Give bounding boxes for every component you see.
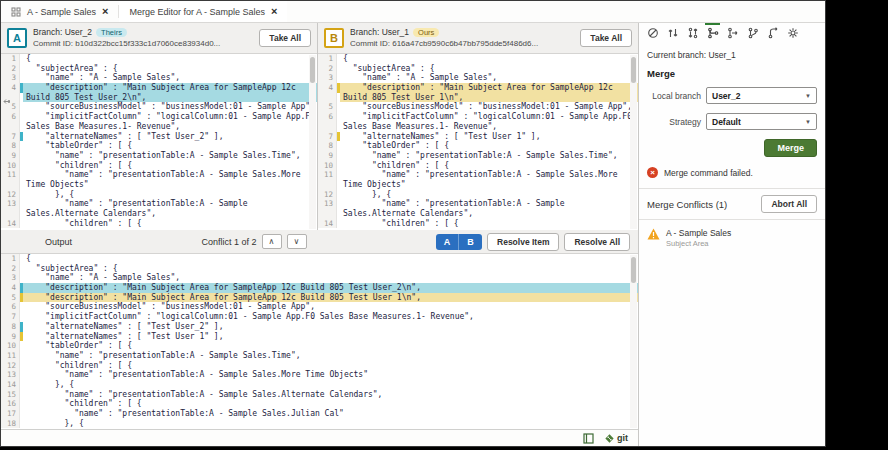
code-line: 13 "name" : "presentationTable:A - Sampl… [1, 199, 317, 209]
strategy-label: Strategy [647, 117, 701, 127]
code-line: 4 "description" : "Main Subject Area for… [318, 83, 638, 93]
scrollbar-thumb[interactable] [631, 257, 636, 283]
code-line: 2 "subjectArea" : { [1, 264, 638, 274]
code-line: Time Objects" [318, 180, 638, 190]
take-a-toggle-button[interactable]: A [436, 234, 459, 250]
error-message: Merge command failed. [664, 168, 753, 178]
merge-icon[interactable] [704, 23, 721, 42]
git-status-item[interactable]: git [604, 433, 628, 444]
reset-icon[interactable] [764, 23, 781, 42]
code-line: 1 { [318, 54, 638, 64]
conflict-title: A - Sample Sales [666, 228, 731, 239]
code-line: Time Objects" [1, 180, 317, 190]
code-line: 16 "children" : [ { [1, 399, 638, 409]
subject-area-icon [11, 7, 21, 17]
close-icon[interactable]: × [271, 6, 277, 17]
branch-name: Branch: User_2 [33, 27, 92, 38]
code-editor-ours[interactable]: 1 { 2 "subjectArea" : { 3 "name" [318, 54, 638, 230]
scrollbar-thumb[interactable] [310, 57, 315, 83]
previous-conflict-button[interactable]: ∧ [262, 234, 282, 249]
code-line: 2 "subjectArea" : { [1, 64, 317, 74]
commit-id: Commit ID: 616a47cb9590c6b47bb795dde5f48… [350, 38, 574, 49]
merge-conflicts-heading: Merge Conflicts (1) [647, 199, 727, 210]
abort-all-button[interactable]: Abort All [761, 195, 817, 213]
divider [639, 188, 825, 189]
take-b-toggle-button[interactable]: B [459, 234, 482, 250]
code-line: Sales.Alternate Calendars", [318, 209, 638, 219]
code-line: 14 "children" : [ { [1, 219, 317, 229]
code-line: 4 "description" : "Main Subject Area for… [1, 283, 638, 293]
code-line: 10 "children" : [ { [318, 161, 638, 171]
scrollbar[interactable] [630, 55, 637, 229]
tab-sample-sales[interactable]: A - Sample Sales × [1, 1, 118, 22]
merge-heading: Merge [647, 68, 817, 79]
code-line: 15 "name" : "presentationTable:A - Sampl… [1, 390, 638, 400]
code-line: 18 }, { [1, 419, 638, 429]
tab-merge-editor[interactable]: Merge Editor for A - Sample Sales × [119, 1, 287, 22]
local-branch-label: Local branch [647, 91, 701, 101]
error-icon: × [647, 167, 658, 178]
take-all-a-button[interactable]: Take All [259, 29, 311, 47]
next-conflict-button[interactable]: ∨ [287, 234, 307, 249]
scrollbar[interactable] [309, 55, 316, 229]
panel-theirs-header: A Branch: User_2 Theirs Commit ID: b10d3… [1, 23, 317, 54]
branch-icon[interactable] [744, 23, 761, 42]
chevron-down-icon: ▼ [805, 119, 811, 125]
tab-label: A - Sample Sales [27, 7, 96, 17]
code-line: 10 "children" : [ { [1, 161, 317, 171]
conflict-list-item[interactable]: A - Sample Sales Subject Area [647, 228, 817, 249]
pull-push-icon[interactable] [684, 23, 701, 42]
output-panel: Output Conflict 1 of 2 ∧ ∨ A B Resolve I… [1, 230, 638, 429]
code-line: 9 "name" : "presentationTable:A - Sample… [318, 151, 638, 161]
git-logo-icon [604, 433, 615, 444]
resolve-item-button[interactable]: Resolve Item [487, 233, 559, 251]
strategy-select[interactable]: Default ▼ [706, 113, 817, 130]
diff-connector-icon [1, 98, 10, 105]
code-line: 8 "tableOrder" : [ { [318, 141, 638, 151]
output-header: Output Conflict 1 of 2 ∧ ∨ A B Resolve I… [1, 230, 638, 254]
code-line: 3 "name" : "A - Sample Sales", [1, 273, 638, 283]
code-line: Sales Base Measures.1- Revenue", [1, 122, 317, 132]
conflict-subtitle: Subject Area [666, 239, 731, 249]
scrollbar[interactable] [630, 255, 637, 428]
code-line: 12 }, { [1, 190, 317, 200]
branch-b-icon: B [324, 28, 344, 48]
code-line: 14 "children" : [ { [318, 219, 638, 229]
code-line: Build 805 Test User_2\n", [1, 93, 317, 103]
settings-icon[interactable] [784, 23, 801, 42]
code-line: Build 805 Test User 1\n", [318, 93, 638, 103]
code-line: 5 "description" : "Main Subject Area for… [1, 293, 638, 303]
compare-icon[interactable] [664, 23, 681, 42]
changes-indicator-icon[interactable] [583, 433, 594, 444]
panel-ours-header: B Branch: User_1 Ours Commit ID: 616a47c… [318, 23, 638, 54]
theirs-badge: Theirs [96, 28, 127, 37]
checkout-icon[interactable] [724, 23, 741, 42]
code-line: 1 { [1, 54, 317, 64]
code-line: 13 "name" : "presentationTable:A - Sampl… [318, 199, 638, 209]
code-line: 14 }, { [1, 380, 638, 390]
ours-badge: Ours [413, 28, 439, 37]
code-line: 12 "children" : [ { [1, 361, 638, 371]
clean-status-icon[interactable] [644, 23, 661, 42]
resolve-all-button[interactable]: Resolve All [564, 233, 630, 251]
output-title: Output [45, 237, 72, 247]
code-line: 11 "name" : "presentationTable:A - Sampl… [318, 170, 638, 180]
code-editor-theirs[interactable]: 1 { 2 "subjectArea" : { 3 "name" [1, 54, 317, 230]
local-branch-select[interactable]: User_2 ▼ [706, 87, 817, 104]
take-all-b-button[interactable]: Take All [580, 29, 632, 47]
merge-editor-area: A Branch: User_2 Theirs Commit ID: b10d3… [1, 23, 639, 446]
panel-theirs: A Branch: User_2 Theirs Commit ID: b10d3… [1, 23, 318, 230]
code-editor-output[interactable]: 1 { 2 "subjectArea" : { 3 "name" : "A - … [1, 254, 638, 429]
code-line: 2 "subjectArea" : { [318, 64, 638, 74]
warning-icon [647, 228, 660, 240]
code-line: 4 "description" : "Main Subject Area for… [1, 83, 317, 93]
close-icon[interactable]: × [102, 6, 108, 17]
code-line: 3 "name" : "A - Sample Sales", [318, 73, 638, 83]
git-toolbar [639, 23, 825, 42]
code-line: 6 "sourceBusinessModel" : "businessModel… [1, 302, 638, 312]
merge-button[interactable]: Merge [764, 139, 817, 157]
strategy-value: Default [712, 117, 741, 127]
code-line: Sales Base Measures.1- Revenue", [318, 122, 638, 132]
scrollbar-thumb[interactable] [631, 57, 636, 83]
code-line: 11 "name" : "presentationTable:A - Sampl… [1, 351, 638, 361]
